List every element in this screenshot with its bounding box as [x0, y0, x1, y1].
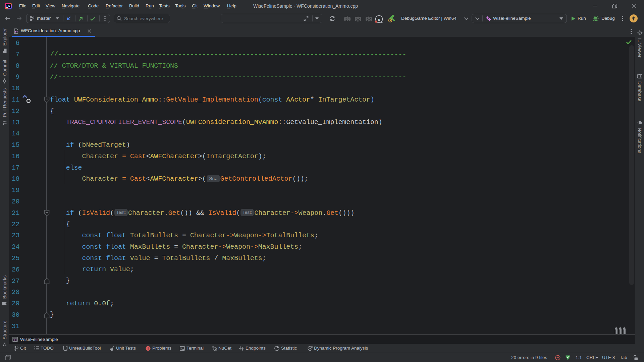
svg-text:u: u	[378, 17, 380, 22]
